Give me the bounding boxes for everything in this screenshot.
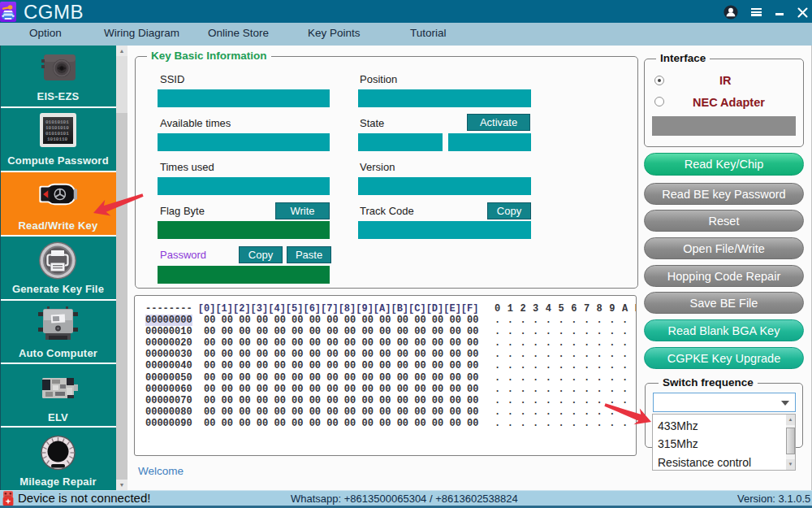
svg-text:01010101: 01010101 [45,131,69,137]
svg-text:01010101: 01010101 [45,119,69,125]
svg-text:10101010: 10101010 [45,125,69,131]
svg-text:1010110: 1010110 [47,137,68,142]
